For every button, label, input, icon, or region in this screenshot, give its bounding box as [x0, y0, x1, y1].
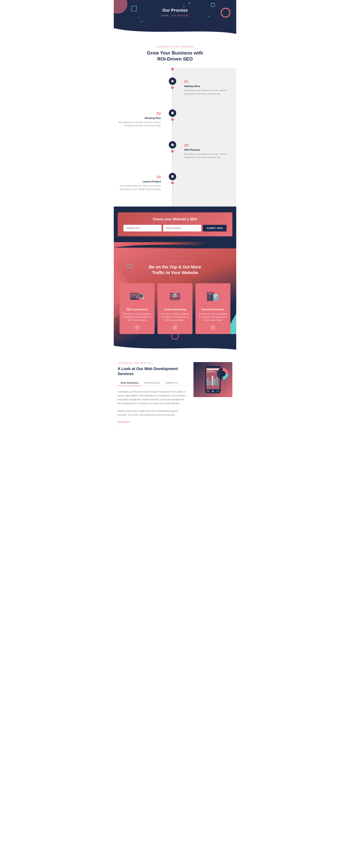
email-input[interactable]	[163, 225, 201, 231]
svg-point-51	[217, 390, 219, 392]
process-title-3: SEO Researh	[184, 148, 232, 151]
features-label: Intuitive User Experience	[118, 260, 232, 262]
read-more-arrow: ↓	[118, 424, 188, 428]
svg-point-50	[212, 390, 214, 392]
hero-lines	[114, 0, 236, 28]
card-title-keyword: Keyword Research	[198, 308, 228, 311]
process-desc-4: Your content goes here. Edit or remove t…	[118, 184, 161, 191]
tab-benefits[interactable]: BENEFITS	[163, 380, 181, 386]
svg-rect-43	[209, 380, 211, 385]
features-section: Intuitive User Experience Be on the Top …	[114, 248, 236, 346]
process-number-1: 01	[184, 80, 232, 84]
breadcrumb: HOME / OUR PROCESS	[118, 14, 232, 17]
svg-rect-44	[212, 376, 213, 385]
svg-rect-25	[208, 292, 213, 293]
submit-button[interactable]: SUBMIT NOW	[203, 225, 226, 231]
svg-rect-11	[131, 297, 137, 298]
seo-check-form: SUBMIT NOW	[124, 225, 226, 231]
process-number-2: 02	[118, 111, 161, 116]
process-desc-1: We analyse your website's structure, int…	[184, 89, 232, 96]
process-title-2: Working Plan	[118, 117, 161, 120]
intro-section: INTRODUCE OUR PROCESS Grow Your Business…	[114, 36, 236, 68]
svg-rect-31	[208, 299, 212, 300]
decorative-circle-tr	[221, 8, 231, 18]
breadcrumb-current: OUR PROCESS	[171, 14, 188, 17]
process-number-4: 04	[118, 175, 161, 179]
svg-rect-39	[207, 369, 219, 370]
tab-experience[interactable]: EXPERIENCE	[141, 380, 163, 386]
breadcrumb-home[interactable]: HOME	[161, 14, 168, 17]
hero-section: Our Process HOME / OUR PROCESS	[114, 0, 236, 28]
webdev-tabs: OUR PROCESS EXPERIENCE BENEFITS	[118, 380, 188, 386]
features-heading: Be on the Top & Get More Traffic to Your…	[118, 265, 232, 275]
webdev-image-container	[194, 362, 232, 397]
svg-rect-35	[213, 297, 217, 297]
svg-rect-40	[207, 371, 214, 371]
process-title-1: Making Ideas	[184, 85, 232, 88]
process-title-4: Launch Project	[118, 180, 161, 183]
timeline-top-dot	[171, 68, 174, 70]
svg-point-2	[183, 6, 184, 7]
svg-rect-36	[213, 298, 216, 298]
svg-rect-33	[213, 294, 218, 295]
feature-card-seo: SEO Consultancy Our team of creatives, d…	[119, 283, 154, 334]
svg-rect-46	[216, 377, 218, 385]
url-input[interactable]	[124, 225, 162, 231]
process-desc-2: We analyse your website's structure, int…	[118, 121, 161, 127]
card-title-content: Content Marketing	[161, 308, 189, 311]
svg-rect-41	[207, 372, 216, 373]
svg-rect-6	[141, 21, 143, 23]
webdev-content: INTRODUCE OUR SERVICES A Look at Our Web…	[118, 362, 188, 428]
card-title-seo: SEO Consultancy	[123, 308, 152, 311]
svg-rect-27	[208, 295, 213, 296]
feature-card-content: Content Marketing Our team of creatives,…	[158, 283, 193, 334]
tab-our-process[interactable]: OUR PROCESS	[118, 380, 141, 386]
card-desc-keyword: Our team of creatives, designers & devel…	[198, 312, 228, 322]
feature-card-keyword: Keyword Research Our team of creatives, …	[196, 283, 231, 334]
decorative-square-features	[127, 264, 132, 268]
webdev-section: INTRODUCE OUR SERVICES A Look at Our Web…	[114, 352, 236, 437]
decorative-square-tr	[211, 3, 215, 7]
timeline-icon-2	[169, 110, 176, 117]
wave-divider-mid	[114, 242, 236, 248]
intro-heading: Grow Your Business with ROI-Driven SEO	[118, 50, 232, 62]
card-button-keyword[interactable]: ›	[210, 325, 216, 330]
svg-rect-9	[131, 295, 136, 296]
timeline-icon-3	[169, 141, 176, 149]
process-item-3: 03 SEO Researh We analyse your website's…	[172, 141, 236, 161]
intro-label: INTRODUCE OUR PROCESS	[118, 45, 232, 48]
webdev-description: A dedicated, professional project manage…	[118, 390, 188, 417]
webdev-label: INTRODUCE OUR SERVICES	[118, 362, 188, 364]
seo-consultancy-icon	[123, 288, 152, 306]
features-cards-container: SEO Consultancy Our team of creatives, d…	[118, 283, 232, 334]
keyword-research-icon	[198, 288, 228, 306]
timeline-dot-2	[171, 118, 174, 121]
svg-point-49	[207, 390, 209, 392]
svg-rect-28	[208, 296, 211, 297]
card-desc-seo: Our team of creatives, designers & devel…	[123, 312, 152, 322]
webdev-heading: A Look at Our Web Development Services	[118, 366, 188, 376]
card-button-content[interactable]: ›	[172, 325, 178, 330]
svg-point-48	[220, 371, 225, 377]
seo-check-section: Check your Website's SEO SUBMIT NOW	[114, 207, 236, 242]
svg-rect-29	[208, 297, 212, 298]
process-number-3: 03	[184, 143, 232, 148]
svg-rect-8	[131, 294, 138, 295]
decorative-square-tl	[131, 6, 137, 11]
process-desc-3: We analyse your website's structure, int…	[184, 152, 232, 159]
wave-divider-top	[114, 28, 236, 36]
webdev-illustration	[194, 362, 232, 397]
process-item-2: 02 Working Plan We analyse your website'…	[114, 110, 172, 129]
seo-check-heading: Check your Website's SEO	[124, 217, 226, 221]
card-desc-content: Our team of creatives, designers & devel…	[161, 312, 189, 322]
svg-point-14	[139, 294, 143, 298]
timeline-dot-4	[171, 182, 174, 184]
svg-rect-30	[208, 298, 211, 299]
card-button-seo[interactable]: ›	[134, 325, 140, 330]
svg-rect-45	[214, 379, 216, 385]
process-item-4: 04 Launch Project Your content goes here…	[114, 173, 172, 193]
timeline-icon-4	[169, 173, 176, 180]
wave-divider-bottom	[114, 346, 236, 352]
seo-check-card: Check your Website's SEO SUBMIT NOW	[118, 212, 232, 236]
read-more-link[interactable]: Read More	[118, 421, 130, 423]
